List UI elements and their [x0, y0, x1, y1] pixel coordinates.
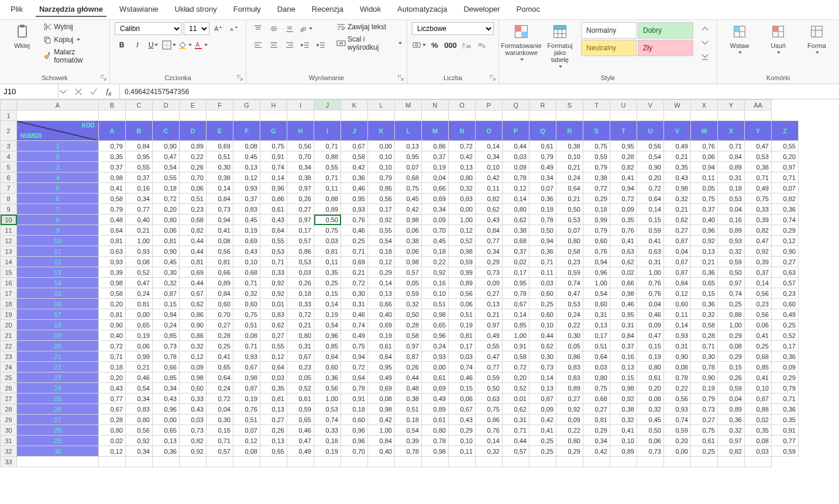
cell-D6[interactable]: 0,55 [153, 172, 180, 183]
cell-undefined4[interactable]: 0,20 [772, 151, 799, 162]
cell-M32[interactable]: 0,78 [395, 446, 422, 457]
borders-button[interactable] [162, 39, 176, 51]
cell-F12[interactable]: 0,08 [207, 236, 233, 246]
cell-R19[interactable]: 0,60 [529, 309, 556, 320]
cell-Q17[interactable]: 0,78 [503, 288, 529, 299]
cell-K4[interactable]: 0,58 [341, 151, 368, 162]
cell-E25[interactable]: 0,98 [180, 372, 207, 383]
cell-T28[interactable]: 0,27 [583, 404, 610, 415]
row-header-10[interactable]: 10 [1, 215, 17, 225]
cell-T29[interactable]: 0,81 [583, 415, 610, 425]
cell-G4[interactable]: 0,45 [233, 151, 260, 162]
increase-font-button[interactable]: A [211, 22, 225, 35]
cell-D14[interactable]: 0,45 [153, 257, 180, 267]
cell-N31[interactable]: 0,78 [422, 436, 449, 446]
numer-cell-30[interactable]: 30 [17, 446, 99, 457]
row-header-12[interactable]: 12 [1, 236, 17, 246]
align-top-button[interactable] [251, 22, 265, 35]
merge-center-button[interactable]: Scal i wyśrodkuj [336, 35, 402, 51]
spreadsheet-grid[interactable]: ABCDEFGHIJKLMNOPQRSTUVWXYAA12KODNUMERABC… [0, 99, 839, 504]
cell-undefined9[interactable]: 0,36 [772, 204, 799, 215]
cell-N27[interactable]: 0,49 [422, 393, 449, 404]
cell-J11[interactable]: 0,75 [314, 225, 341, 236]
cell-E21[interactable]: 0,86 [180, 330, 207, 341]
cell[interactable] [368, 111, 395, 121]
cell-F10[interactable]: 0,94 [207, 215, 233, 225]
cell-H23[interactable]: 0,12 [260, 351, 287, 362]
cell-W31[interactable]: 0,20 [664, 436, 691, 446]
cell-K17[interactable]: 0,30 [341, 288, 368, 299]
cell-B7[interactable]: 0,41 [99, 183, 126, 194]
font-name-select[interactable]: Calibri [115, 22, 182, 35]
cell-Q11[interactable]: 0,38 [503, 225, 529, 236]
cell-X10[interactable]: 0,40 [691, 215, 718, 225]
cell-J30[interactable]: 0,33 [314, 425, 341, 436]
cell-J25[interactable]: 0,36 [314, 372, 341, 383]
cell[interactable] [556, 111, 583, 121]
code-header-H[interactable]: H [287, 121, 314, 141]
cell-T14[interactable]: 0,94 [583, 257, 610, 267]
cell-V8[interactable]: 0,64 [637, 194, 664, 204]
cell-S31[interactable]: 0,80 [556, 436, 583, 446]
cell-AA19[interactable]: 0,56 [745, 309, 772, 320]
row-header-26[interactable]: 26 [1, 383, 17, 393]
cell-X27[interactable]: 0,79 [691, 393, 718, 404]
cell-R12[interactable]: 0,94 [529, 236, 556, 246]
cell-Y18[interactable]: 0,25 [718, 299, 745, 309]
cell-U32[interactable]: 0,89 [610, 446, 637, 457]
cell-N30[interactable]: 0,80 [422, 425, 449, 436]
cell-T17[interactable]: 0,54 [583, 288, 610, 299]
cell[interactable] [314, 111, 341, 121]
row-header-25[interactable]: 25 [1, 372, 17, 383]
cell-E16[interactable]: 0,44 [180, 278, 207, 288]
cell-G25[interactable]: 0,98 [233, 372, 260, 383]
cell-R27[interactable]: 0,87 [529, 393, 556, 404]
cell-undefined8[interactable]: 0,82 [772, 194, 799, 204]
cell-P26[interactable]: 0,50 [476, 383, 503, 393]
cell-M6[interactable]: 0,68 [395, 172, 422, 183]
cell-Y23[interactable]: 0,29 [718, 351, 745, 362]
cell-F11[interactable]: 0,41 [207, 225, 233, 236]
cell-Q23[interactable]: 0,58 [503, 351, 529, 362]
numer-cell-1[interactable]: 1 [17, 141, 99, 151]
cell-R32[interactable]: 0,25 [529, 446, 556, 457]
cell-M3[interactable]: 0,13 [395, 141, 422, 151]
row-header-17[interactable]: 17 [1, 288, 17, 299]
cell-undefined5[interactable]: 0,97 [772, 162, 799, 172]
cell-U25[interactable]: 0,15 [610, 372, 637, 383]
cell-U8[interactable]: 0,72 [610, 194, 637, 204]
cell-S12[interactable]: 0,80 [556, 236, 583, 246]
cell-P21[interactable]: 0,49 [476, 330, 503, 341]
cell-H13[interactable]: 0,53 [260, 246, 287, 257]
cell-P28[interactable]: 0,75 [476, 404, 503, 415]
cell-Y13[interactable]: 0,32 [718, 246, 745, 257]
cell-J32[interactable]: 0,19 [314, 446, 341, 457]
cell-M14[interactable]: 0,98 [395, 257, 422, 267]
cell-Q27[interactable]: 0,01 [503, 393, 529, 404]
cell-Y6[interactable]: 0,31 [718, 172, 745, 183]
cell-M16[interactable]: 0,05 [395, 278, 422, 288]
format-as-table-button[interactable]: Formatuj jako tabelę [542, 22, 577, 69]
cell-V16[interactable]: 0,76 [637, 278, 664, 288]
col-header-Y[interactable]: Y [718, 100, 745, 111]
cell-Y3[interactable]: 0,71 [718, 141, 745, 151]
cell-U10[interactable]: 0,35 [610, 215, 637, 225]
cell-Y30[interactable]: 0,32 [718, 425, 745, 436]
cell-G8[interactable]: 0,37 [233, 194, 260, 204]
cell-R22[interactable]: 0,62 [529, 341, 556, 351]
cell-D32[interactable]: 0,36 [153, 446, 180, 457]
numer-cell-24[interactable]: 24 [17, 383, 99, 393]
cell-W30[interactable]: 0,59 [664, 425, 691, 436]
cell-F15[interactable]: 0,66 [207, 267, 233, 278]
cell-T23[interactable]: 0,64 [583, 351, 610, 362]
cell-N20[interactable]: 0,65 [422, 320, 449, 330]
cell-G10[interactable]: 0,45 [233, 215, 260, 225]
cell-J18[interactable]: 0,14 [314, 299, 341, 309]
cell-AA30[interactable]: 0,35 [745, 425, 772, 436]
cell-T7[interactable]: 0,72 [583, 183, 610, 194]
cell-Y9[interactable]: 0,04 [718, 204, 745, 215]
cell-Q31[interactable]: 0,44 [503, 436, 529, 446]
cell-U9[interactable]: 0,09 [610, 204, 637, 215]
clipboard-dialog-launcher[interactable] [100, 74, 107, 81]
code-header-U[interactable]: U [637, 121, 664, 141]
